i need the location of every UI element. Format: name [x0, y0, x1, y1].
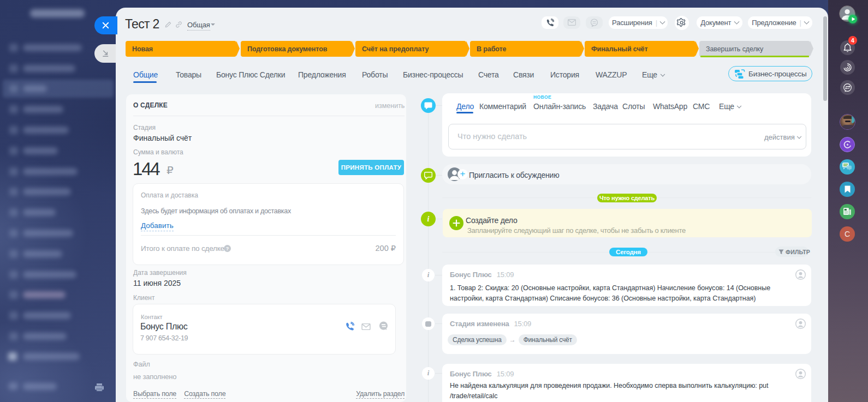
svg-text:?: ?	[226, 246, 229, 251]
